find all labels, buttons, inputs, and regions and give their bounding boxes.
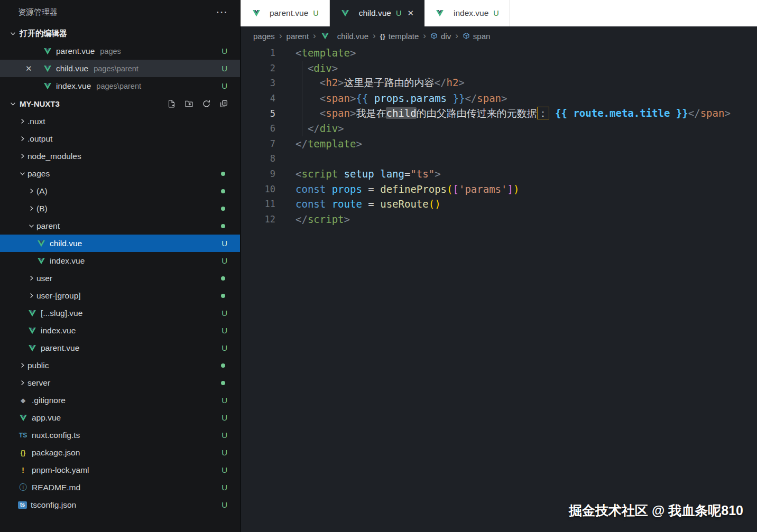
new-file-icon[interactable] xyxy=(167,99,176,108)
git-status-badge: U xyxy=(221,431,227,440)
tree-folder-pages[interactable]: pages xyxy=(0,165,240,182)
tree-folder-public[interactable]: public xyxy=(0,357,240,374)
code-token: ( xyxy=(447,183,453,195)
code-token: template xyxy=(301,47,350,59)
explorer-sidebar: 资源管理器 ⋯ 打开的编辑器 parent.vuepagesU✕child.vu… xyxy=(0,0,241,532)
breadcrumb-item-template[interactable]: {}template xyxy=(380,32,419,41)
git-status-badge: U xyxy=(221,64,227,73)
breadcrumb-item-pages[interactable]: pages xyxy=(253,32,275,41)
tree-item-label: child.vue xyxy=(50,239,82,248)
tree-item-label: (B) xyxy=(36,204,48,213)
code-line[interactable]: 12</script> xyxy=(241,212,757,227)
close-icon[interactable]: ✕ xyxy=(25,64,32,73)
code-line[interactable]: 2 <div> xyxy=(241,61,757,76)
code-token: }} xyxy=(453,92,465,104)
code-line[interactable]: 6 </div> xyxy=(241,121,757,136)
tree-item-label: pnpm-lock.yaml xyxy=(32,465,89,475)
new-folder-icon[interactable] xyxy=(184,99,193,108)
code-line[interactable]: 11const route = useRoute() xyxy=(241,197,757,212)
tree-file-parent.vue[interactable]: parent.vueU xyxy=(0,339,240,357)
tree-file-pnpm-lock.yaml[interactable]: !pnpm-lock.yamlU xyxy=(0,461,240,479)
vscode-window: 资源管理器 ⋯ 打开的编辑器 parent.vuepagesU✕child.vu… xyxy=(0,0,757,532)
collapse-all-icon[interactable] xyxy=(219,99,228,108)
tab-parent.vue[interactable]: parent.vueU xyxy=(241,0,330,26)
breadcrumb-item-parent[interactable]: parent xyxy=(287,32,309,41)
open-editor-item-parent.vue[interactable]: parent.vuepagesU xyxy=(0,42,240,60)
modified-dot xyxy=(221,363,225,368)
code-token: > xyxy=(344,213,350,225)
editor-area: parent.vueUchild.vueU✕index.vueU pages›p… xyxy=(241,0,757,532)
code-line[interactable]: 10const props = defineProps(['params']) xyxy=(241,181,757,197)
git-status-badge: U xyxy=(221,483,227,492)
tab-label: index.vue xyxy=(454,8,488,18)
explorer-header: 资源管理器 ⋯ xyxy=(0,0,240,24)
tree-folder-(B)[interactable]: (B) xyxy=(0,200,240,217)
git-status-badge: U xyxy=(493,9,498,17)
chevron-down-icon xyxy=(8,29,17,38)
code-token: > xyxy=(435,168,440,180)
tree-folder-user-[group][interactable]: user-[group] xyxy=(0,287,240,304)
line-number: 10 xyxy=(241,184,275,194)
breadcrumb-label: span xyxy=(473,32,491,41)
breadcrumb-separator: › xyxy=(373,31,376,41)
open-editor-item-index.vue[interactable]: index.vuepages\parentU xyxy=(0,77,240,95)
code-area[interactable]: 1<template>2 <div>3 <h2>这里是子路由的内容</h2>4 … xyxy=(241,45,757,227)
project-header[interactable]: MY-NUXT3 xyxy=(0,95,240,113)
tree-folder-.nuxt[interactable]: .nuxt xyxy=(0,113,240,130)
open-editor-item-child.vue[interactable]: ✕child.vuepages\parentU xyxy=(0,60,240,77)
code-token: div xyxy=(313,62,331,74)
tree-file-app.vue[interactable]: app.vueU xyxy=(0,409,240,426)
tree-folder-.output[interactable]: .output xyxy=(0,130,240,147)
tree-file-[...slug].vue[interactable]: [...slug].vueU xyxy=(0,304,240,322)
open-editors-header[interactable]: 打开的编辑器 xyxy=(0,24,240,42)
line-number: 4 xyxy=(241,93,275,104)
breadcrumb-item-div[interactable]: div xyxy=(430,32,451,41)
code-token: > xyxy=(350,107,356,119)
tree-item-label: package.json xyxy=(32,448,80,458)
tree-file-.gitignore[interactable]: ◆.gitignoreU xyxy=(0,391,240,409)
close-icon[interactable]: ✕ xyxy=(407,8,414,18)
git-status-badge: U xyxy=(221,500,227,509)
line-number: 8 xyxy=(241,153,275,164)
tree-folder-user[interactable]: user xyxy=(0,269,240,287)
code-token: < xyxy=(320,107,326,119)
tab-child.vue[interactable]: child.vueU✕ xyxy=(330,0,424,26)
refresh-icon[interactable] xyxy=(201,99,211,108)
tree-item-label: server xyxy=(27,378,50,388)
code-line[interactable]: 9<script setup lang="ts"> xyxy=(241,166,757,182)
code-line[interactable]: 1<template> xyxy=(241,45,757,61)
git-status-badge: U xyxy=(221,239,227,248)
git-status-badge: U xyxy=(396,9,401,17)
tree-file-package.json[interactable]: {}package.jsonU xyxy=(0,444,240,461)
tab-index.vue[interactable]: index.vueU xyxy=(424,0,510,26)
tree-folder-server[interactable]: server xyxy=(0,374,240,391)
code-line[interactable]: 5 <span>我是在child的由父路由传过来的元数据： {{ route.m… xyxy=(241,106,757,121)
tree-file-index.vue[interactable]: index.vueU xyxy=(0,252,240,269)
tree-file-nuxt.config.ts[interactable]: TSnuxt.config.tsU xyxy=(0,426,240,444)
breadcrumb-item-child.vue[interactable]: child.vue xyxy=(320,32,368,41)
git-status-badge: U xyxy=(221,256,227,265)
tree-file-tsconfig.json[interactable]: tstsconfig.jsonU xyxy=(0,496,240,514)
tree-folder-node_modules[interactable]: node_modules xyxy=(0,147,240,165)
tree-item-label: index.vue xyxy=(50,256,85,266)
modified-dot xyxy=(221,294,225,298)
tree-folder-(A)[interactable]: (A) xyxy=(0,182,240,200)
code-line[interactable]: 7</template> xyxy=(241,136,757,152)
open-editor-filename: parent.vue xyxy=(56,46,95,56)
code-line[interactable]: 4 <span>{{ props.params }}</span> xyxy=(241,91,757,106)
tree-file-README.md[interactable]: ⓘREADME.mdU xyxy=(0,479,240,496)
code-line[interactable]: 8 xyxy=(241,151,757,166)
tsconfig-icon: ts xyxy=(18,501,27,509)
open-editors-label: 打开的编辑器 xyxy=(20,29,67,39)
breadcrumb-item-span[interactable]: span xyxy=(463,32,491,41)
code-text: <span>{{ props.params }}</span> xyxy=(275,92,507,104)
code-token: props.params xyxy=(368,92,453,104)
code-line[interactable]: 3 <h2>这里是子路由的内容</h2> xyxy=(241,76,757,91)
code-token: </ xyxy=(308,123,320,134)
more-actions-icon[interactable]: ⋯ xyxy=(216,5,227,19)
tree-file-index.vue[interactable]: index.vueU xyxy=(0,322,240,339)
code-text: <h2>这里是子路由的内容</h2> xyxy=(275,76,465,90)
tree-file-child.vue[interactable]: child.vueU xyxy=(0,235,240,252)
tree-folder-parent[interactable]: parent xyxy=(0,217,240,235)
code-token xyxy=(326,183,331,195)
